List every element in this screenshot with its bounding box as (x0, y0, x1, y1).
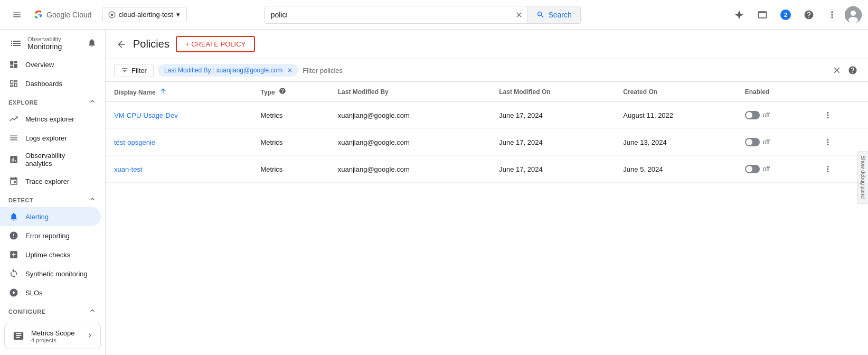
row-more-button[interactable] (821, 135, 860, 149)
toggle-switch[interactable] (745, 165, 760, 173)
sidebar-item-trace-explorer[interactable]: Trace explorer (0, 172, 101, 191)
alerting-icon (8, 211, 19, 222)
back-button[interactable] (116, 39, 127, 50)
filter-actions-bar: Filter Last Modified By : xuanjiang@goog… (106, 59, 868, 82)
sidebar-header-labels: Observability Monitoring (27, 36, 62, 51)
sidebar-item-metrics-explorer[interactable]: Metrics explorer (0, 109, 101, 128)
row-more-button[interactable] (821, 162, 860, 176)
configure-chevron[interactable] (88, 306, 97, 316)
policy-link[interactable]: xuan-test (114, 165, 142, 173)
row-more-button[interactable] (821, 108, 860, 122)
metrics-scope-icon (11, 329, 26, 343)
col-header-created-on[interactable]: Created On (615, 82, 736, 102)
help-button[interactable] (798, 4, 819, 25)
sidebar-item-synthetic-monitoring-label: Synthetic monitoring (25, 270, 88, 278)
cell-last-modified-on: June 17, 2024 (490, 156, 615, 183)
table-body: VM-CPU-Usage-Dev Metrics xuanjiang@googl… (106, 102, 868, 183)
cell-created-on: June 13, 2024 (615, 129, 736, 156)
table-row: test-opsgenie Metrics xuanjiang@google.c… (106, 129, 868, 156)
table-row: VM-CPU-Usage-Dev Metrics xuanjiang@googl… (106, 102, 868, 129)
sidebar-item-logs-explorer[interactable]: Logs explorer (0, 128, 101, 147)
cell-more (813, 102, 869, 129)
search-clear-button[interactable] (511, 11, 527, 19)
debug-panel-handle[interactable]: Show debug panel (857, 151, 868, 204)
project-selector[interactable]: cloud-alerting-test ▾ (102, 7, 187, 22)
toggle-switch[interactable] (745, 138, 760, 146)
slos-icon (8, 287, 19, 298)
sidebar-item-dashboards-label: Dashboards (25, 80, 62, 88)
close-filter-button[interactable] (830, 63, 844, 77)
search-input[interactable] (265, 6, 511, 23)
table-help-button[interactable] (846, 63, 860, 77)
cell-last-modified-by: xuanjiang@google.com (329, 102, 491, 129)
toggle-label: off (763, 111, 770, 119)
col-header-display-name[interactable]: Display Name (106, 82, 252, 102)
create-policy-button[interactable]: + CREATE POLICY (176, 36, 255, 52)
sidebar-meta-label: Observability (27, 36, 62, 42)
sidebar-item-uptime-checks-label: Uptime checks (25, 251, 70, 259)
col-header-last-modified-on[interactable]: Last Modified On (490, 82, 615, 102)
sidebar-explore-section: Explore (0, 93, 105, 109)
sidebar-configure-section: Configure (0, 302, 105, 319)
more-options-button[interactable] (822, 4, 843, 25)
sidebar-item-observability-analytics[interactable]: Observability analytics (0, 147, 101, 172)
sidebar-item-synthetic-monitoring[interactable]: Synthetic monitoring (0, 264, 101, 283)
metrics-scope-text: Metrics Scope 4 projects (31, 329, 80, 343)
policy-link[interactable]: VM-CPU-Usage-Dev (114, 111, 178, 119)
filter-chip-close-button[interactable] (286, 66, 294, 74)
sidebar-item-error-reporting[interactable]: Error reporting (0, 226, 101, 245)
filter-button[interactable]: Filter (114, 64, 154, 77)
error-reporting-icon (8, 230, 19, 241)
metrics-scope-subtitle: 4 projects (31, 337, 80, 343)
cell-display-name: xuan-test (106, 156, 252, 183)
explore-chevron[interactable] (88, 97, 97, 107)
sidebar-notification-button[interactable] (87, 38, 97, 49)
cell-last-modified-on: June 17, 2024 (490, 129, 615, 156)
terminal-button[interactable] (752, 4, 773, 25)
sidebar-item-dashboards[interactable]: Dashboards (0, 74, 101, 93)
col-header-last-modified-by[interactable]: Last Modified By (329, 82, 491, 102)
policy-link[interactable]: test-opsgenie (114, 138, 155, 146)
hamburger-button[interactable] (6, 4, 27, 25)
detect-section-label: Detect (8, 197, 33, 203)
gemini-button[interactable] (729, 4, 750, 25)
user-avatar[interactable] (845, 6, 862, 23)
uptime-checks-icon (8, 249, 19, 260)
sidebar-item-slos[interactable]: SLOs (0, 283, 101, 302)
metrics-explorer-icon (8, 114, 19, 124)
sidebar-item-alerting-label: Alerting (25, 213, 49, 221)
search-button[interactable]: Search (527, 6, 580, 23)
notification-button[interactable]: 2 (775, 4, 796, 25)
table-row: xuan-test Metrics xuanjiang@google.com J… (106, 156, 868, 183)
observability-analytics-icon (8, 154, 19, 165)
cell-type: Metrics (252, 102, 329, 129)
filter-policies-placeholder[interactable]: Filter policies (303, 67, 343, 74)
cell-display-name: VM-CPU-Usage-Dev (106, 102, 252, 129)
sidebar-metrics-scope[interactable]: Metrics Scope 4 projects (4, 323, 101, 349)
sidebar-item-overview[interactable]: Overview (0, 55, 101, 74)
sidebar-title: Monitoring (27, 42, 62, 51)
metrics-scope-chevron (86, 331, 94, 341)
sidebar-item-observability-analytics-label: Observability analytics (25, 152, 92, 167)
sidebar-item-uptime-checks[interactable]: Uptime checks (0, 245, 101, 264)
sidebar-item-alerting[interactable]: Alerting (0, 207, 101, 226)
detect-chevron[interactable] (88, 195, 97, 205)
filter-button-label: Filter (131, 67, 147, 74)
cell-enabled: off (737, 102, 813, 129)
svg-point-1 (110, 13, 113, 16)
cell-enabled: off (737, 156, 813, 183)
sidebar-header: Observability Monitoring (0, 30, 105, 55)
sidebar-item-overview-label: Overview (25, 61, 54, 69)
col-header-enabled[interactable]: Enabled (737, 82, 813, 102)
trace-explorer-icon (8, 176, 19, 186)
project-selector-label: cloud-alerting-test (119, 11, 173, 18)
google-cloud-logo: Google Cloud (34, 10, 92, 20)
toggle-switch[interactable] (745, 111, 760, 119)
sidebar-item-metrics-explorer-label: Metrics explorer (25, 115, 74, 123)
col-header-type[interactable]: Type (252, 82, 329, 102)
sort-asc-icon[interactable] (159, 87, 167, 95)
page-title: Policies (133, 38, 169, 50)
type-help-icon[interactable] (279, 87, 286, 95)
filter-bar: Filter Last Modified By : xuanjiang@goog… (114, 64, 830, 77)
filter-chip-label: Last Modified By : xuanjiang@google.com (164, 67, 282, 74)
